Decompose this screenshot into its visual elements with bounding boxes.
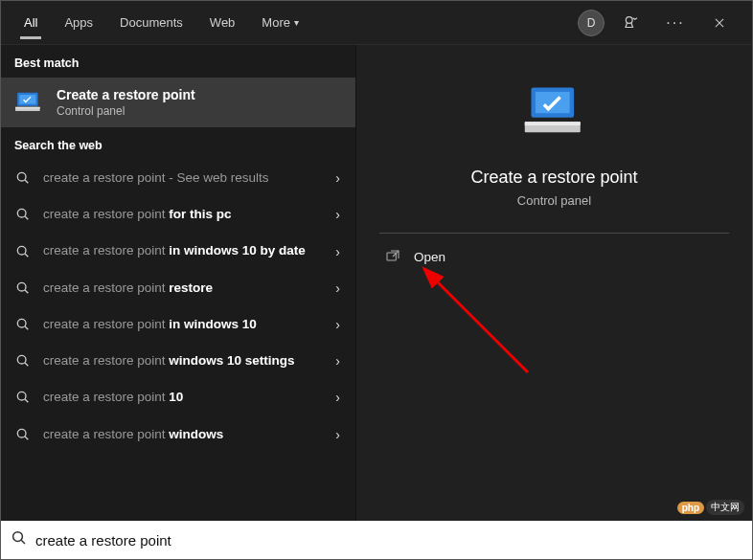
best-match-subtitle: Control panel [57, 104, 195, 118]
chevron-right-icon[interactable]: › [331, 390, 344, 405]
web-result-item[interactable]: create a restore point in windows 10› [1, 306, 355, 343]
search-icon [14, 317, 32, 332]
preview-subtitle: Control panel [517, 193, 591, 208]
svg-point-13 [17, 319, 26, 327]
svg-point-17 [17, 392, 26, 401]
web-result-label: create a restore point for this pc [43, 206, 320, 223]
svg-line-20 [25, 437, 28, 439]
web-result-item[interactable]: create a restore point in windows 10 by … [1, 233, 355, 269]
web-result-label: create a restore point - See web results [43, 169, 320, 187]
search-icon [14, 170, 32, 186]
search-icon [14, 244, 32, 259]
close-icon[interactable] [702, 6, 737, 40]
search-icon [14, 427, 32, 442]
svg-line-14 [25, 326, 28, 329]
search-icon [14, 390, 32, 405]
search-icon [14, 353, 32, 369]
svg-point-11 [17, 282, 26, 291]
search-web-label: Search the web [1, 127, 355, 160]
svg-line-6 [25, 180, 28, 183]
chevron-right-icon[interactable]: › [331, 353, 344, 369]
header-tabs: All Apps Documents Web More ▾ D ··· [1, 1, 752, 45]
web-result-label: create a restore point windows 10 settin… [43, 352, 320, 370]
svg-point-15 [17, 356, 26, 365]
web-result-item[interactable]: create a restore point 10› [1, 379, 355, 415]
tab-all[interactable]: All [11, 1, 51, 45]
chevron-right-icon[interactable]: › [331, 427, 344, 442]
web-result-label: create a restore point restore [43, 280, 320, 297]
watermark-left: php [677, 502, 704, 514]
svg-line-12 [25, 290, 28, 293]
svg-rect-4 [15, 107, 40, 109]
web-result-item[interactable]: create a restore point for this pc› [1, 196, 355, 233]
watermark: php 中文网 [677, 500, 744, 515]
web-result-label: create a restore point in windows 10 by … [43, 242, 320, 259]
best-match-item[interactable]: Create a restore point Control panel [1, 78, 355, 127]
svg-point-7 [17, 210, 26, 218]
web-results-list: create a restore point - See web results… [1, 160, 355, 453]
web-result-item[interactable]: create a restore point windows› [1, 416, 355, 453]
watermark-right: 中文网 [706, 500, 744, 515]
chevron-right-icon[interactable]: › [331, 280, 344, 296]
svg-point-0 [626, 16, 632, 23]
preview-panel: Create a restore point Control panel Ope… [355, 45, 752, 521]
preview-title: Create a restore point [470, 168, 637, 188]
svg-point-5 [17, 172, 26, 181]
svg-line-16 [25, 363, 28, 366]
open-label: Open [414, 250, 445, 264]
tab-web[interactable]: Web [196, 1, 249, 45]
svg-point-19 [17, 429, 26, 437]
more-icon[interactable]: ··· [658, 6, 693, 40]
web-result-item[interactable]: create a restore point - See web results… [1, 160, 355, 196]
restore-point-large-icon [522, 83, 587, 143]
open-icon [385, 249, 402, 264]
header-right: D ··· [578, 6, 742, 40]
restore-point-icon [14, 89, 45, 116]
svg-line-10 [25, 254, 28, 257]
svg-line-8 [25, 216, 28, 219]
search-icon [14, 207, 32, 222]
svg-rect-24 [524, 122, 580, 125]
web-result-label: create a restore point 10 [43, 389, 320, 406]
web-result-label: create a restore point in windows 10 [43, 316, 320, 333]
search-input[interactable] [35, 532, 742, 549]
best-match-text: Create a restore point Control panel [57, 87, 195, 118]
preview-header: Create a restore point Control panel [379, 83, 729, 208]
chevron-right-icon[interactable]: › [331, 207, 344, 222]
tab-more-label: More [262, 15, 290, 30]
main-area: Best match Create a restore point Contro… [1, 45, 752, 521]
results-panel: Best match Create a restore point Contro… [1, 45, 355, 521]
tab-more[interactable]: More ▾ [248, 1, 312, 45]
svg-line-28 [21, 540, 25, 544]
svg-point-9 [17, 246, 26, 255]
search-icon [11, 529, 28, 550]
web-result-item[interactable]: create a restore point windows 10 settin… [1, 343, 355, 379]
web-result-item[interactable]: create a restore point restore› [1, 270, 355, 306]
open-action[interactable]: Open [379, 234, 729, 280]
chevron-right-icon[interactable]: › [331, 317, 344, 332]
best-match-title: Create a restore point [57, 87, 195, 102]
rewards-icon[interactable] [614, 6, 649, 40]
user-avatar[interactable]: D [578, 10, 605, 36]
svg-rect-25 [387, 253, 396, 260]
search-bar [1, 521, 752, 559]
tab-documents[interactable]: Documents [106, 1, 196, 45]
search-icon [14, 280, 32, 296]
web-result-label: create a restore point windows [43, 426, 320, 443]
best-match-label: Best match [1, 45, 355, 78]
chevron-down-icon: ▾ [294, 17, 299, 28]
search-window: All Apps Documents Web More ▾ D ··· Best… [0, 0, 753, 560]
chevron-right-icon[interactable]: › [331, 244, 344, 259]
tab-apps[interactable]: Apps [51, 1, 106, 45]
svg-line-18 [25, 399, 28, 402]
svg-point-27 [13, 532, 23, 542]
chevron-right-icon[interactable]: › [331, 170, 344, 186]
